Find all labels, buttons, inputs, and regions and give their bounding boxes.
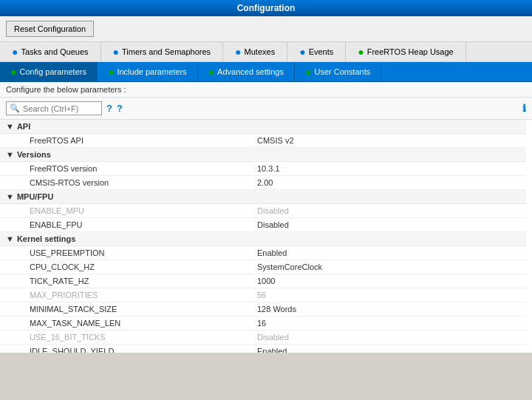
tab-config-params[interactable]: ● Config parameters xyxy=(0,62,98,81)
param-value-cmsis-version: 2.00 xyxy=(251,176,526,189)
param-name-use-16-bit-ticks: USE_16_BIT_TICKS xyxy=(0,330,251,344)
param-value-freertos-api: CMSIS v2 xyxy=(251,134,526,147)
param-value-tick-rate-hz: 1000 xyxy=(251,274,526,288)
param-name-tick-rate-hz: TICK_RATE_HZ xyxy=(0,274,251,288)
tab-tasks-queues[interactable]: ● Tasks and Queues xyxy=(0,42,101,61)
param-value-use-preemption: Enabled xyxy=(251,246,526,260)
tab-row-2: ● Config parameters ● Include parameters… xyxy=(0,62,532,82)
param-name-enable-mpu: ENABLE_MPU xyxy=(0,204,251,217)
tab-mutexes[interactable]: ● Mutexes xyxy=(223,42,287,61)
param-value-max-priorities: 56 xyxy=(251,288,526,302)
section-versions: ▼ Versions xyxy=(0,148,526,162)
info-icon-right[interactable]: ℹ xyxy=(522,103,526,114)
tab-timers-semaphores[interactable]: ● Timers and Semaphores xyxy=(101,42,224,61)
reset-config-button[interactable]: Reset Configuration xyxy=(6,21,94,37)
param-value-max-task-name-len: 16 xyxy=(251,316,526,330)
section-label-kernel: Kernel settings xyxy=(17,234,75,243)
search-input[interactable] xyxy=(23,104,97,113)
param-value-minimal-stack-size: 128 Words xyxy=(251,302,526,316)
param-name-max-task-name-len: MAX_TASK_NAME_LEN xyxy=(0,316,251,330)
param-value-idle-should-yield: Enabled xyxy=(251,345,526,353)
param-row-tick-rate-hz: TICK_RATE_HZ 1000 xyxy=(0,274,526,288)
question-icon-1[interactable]: ? xyxy=(106,103,112,114)
param-value-enable-mpu: Disabled xyxy=(251,204,526,217)
tab-events[interactable]: ● Events xyxy=(287,42,346,61)
question-icon-2[interactable]: ? xyxy=(117,103,123,114)
tab-user-constants[interactable]: ● User Constants xyxy=(295,62,381,81)
param-row-enable-fpu: ENABLE_FPU Disabled xyxy=(0,218,526,232)
title-label: Configuration xyxy=(237,3,296,13)
param-name-use-preemption: USE_PREEMPTION xyxy=(0,246,251,260)
title-bar: Configuration xyxy=(0,0,532,16)
param-row-enable-mpu: ENABLE_MPU Disabled xyxy=(0,204,526,218)
tab2-dot-constants: ● xyxy=(305,66,311,78)
param-row-freertos-version: FreeRTOS version 10.3.1 xyxy=(0,162,526,176)
section-toggle-kernel[interactable]: ▼ xyxy=(6,234,14,243)
tab-freertos-heap[interactable]: ● FreeRTOS Heap Usage xyxy=(346,42,466,61)
section-kernel: ▼ Kernel settings xyxy=(0,232,526,246)
param-value-cpu-clock-hz: SystemCoreClock xyxy=(251,260,526,274)
tab-dot-tasks: ● xyxy=(12,46,18,58)
param-row-cmsis-version: CMSIS-RTOS version 2.00 xyxy=(0,176,526,190)
param-name-enable-fpu: ENABLE_FPU xyxy=(0,218,251,231)
section-api: ▼ API xyxy=(0,120,526,134)
param-row-cpu-clock-hz: CPU_CLOCK_HZ SystemCoreClock xyxy=(0,260,526,274)
tab-include-params[interactable]: ● Include parameters xyxy=(98,62,198,81)
tab-dot-timers: ● xyxy=(113,46,119,58)
param-name-freertos-api: FreeRTOS API xyxy=(0,134,251,147)
param-value-use-16-bit-ticks: Disabled xyxy=(251,330,526,344)
param-name-freertos-version: FreeRTOS version xyxy=(0,162,251,175)
param-row-max-task-name-len: MAX_TASK_NAME_LEN 16 xyxy=(0,316,526,330)
param-row-idle-should-yield: IDLE_SHOULD_YIELD Enabled xyxy=(0,345,526,353)
param-name-minimal-stack-size: MINIMAL_STACK_SIZE xyxy=(0,302,251,316)
param-value-freertos-version: 10.3.1 xyxy=(251,162,526,175)
search-area: 🔍 ? ? ℹ xyxy=(0,98,532,120)
param-name-cpu-clock-hz: CPU_CLOCK_HZ xyxy=(0,260,251,274)
description-bar: Configure the below parameters : xyxy=(0,82,532,98)
search-icon: 🔍 xyxy=(10,104,20,113)
search-box[interactable]: 🔍 xyxy=(6,101,102,115)
tab-dot-mutexes: ● xyxy=(235,46,241,58)
description-text: Configure the below parameters : xyxy=(6,85,126,94)
tab-advanced-settings[interactable]: ● Advanced settings xyxy=(198,62,295,81)
param-name-max-priorities: MAX_PRIORITIES xyxy=(0,288,251,302)
section-toggle-versions[interactable]: ▼ xyxy=(6,150,14,159)
section-label-versions: Versions xyxy=(17,150,51,159)
section-label-api: API xyxy=(17,122,30,131)
param-row-use-16-bit-ticks: USE_16_BIT_TICKS Disabled xyxy=(0,330,526,345)
tab2-dot-advanced: ● xyxy=(208,66,214,78)
param-row-max-priorities: MAX_PRIORITIES 56 xyxy=(0,288,526,302)
tab2-dot-config: ● xyxy=(10,66,16,78)
param-row-use-preemption: USE_PREEMPTION Enabled xyxy=(0,246,526,260)
param-row-freertos-api: FreeRTOS API CMSIS v2 xyxy=(0,134,526,148)
toolbar: Reset Configuration xyxy=(0,16,532,42)
section-toggle-api[interactable]: ▼ xyxy=(6,122,14,131)
param-value-enable-fpu: Disabled xyxy=(251,218,526,231)
tab-dot-heap: ● xyxy=(358,46,364,58)
section-label-mpufpu: MPU/FPU xyxy=(17,192,54,201)
section-toggle-mpufpu[interactable]: ▼ xyxy=(6,192,14,201)
tab-row-1: ● Tasks and Queues ● Timers and Semaphor… xyxy=(0,42,532,62)
param-name-idle-should-yield: IDLE_SHOULD_YIELD xyxy=(0,345,251,353)
param-name-cmsis-version: CMSIS-RTOS version xyxy=(0,176,251,189)
tab2-dot-include: ● xyxy=(108,66,114,78)
param-row-minimal-stack-size: MINIMAL_STACK_SIZE 128 Words xyxy=(0,302,526,316)
content-area: ▼ API FreeRTOS API CMSIS v2 ▼ Versions F… xyxy=(0,120,532,353)
tab-dot-events: ● xyxy=(299,46,305,58)
section-mpufpu: ▼ MPU/FPU xyxy=(0,190,526,204)
